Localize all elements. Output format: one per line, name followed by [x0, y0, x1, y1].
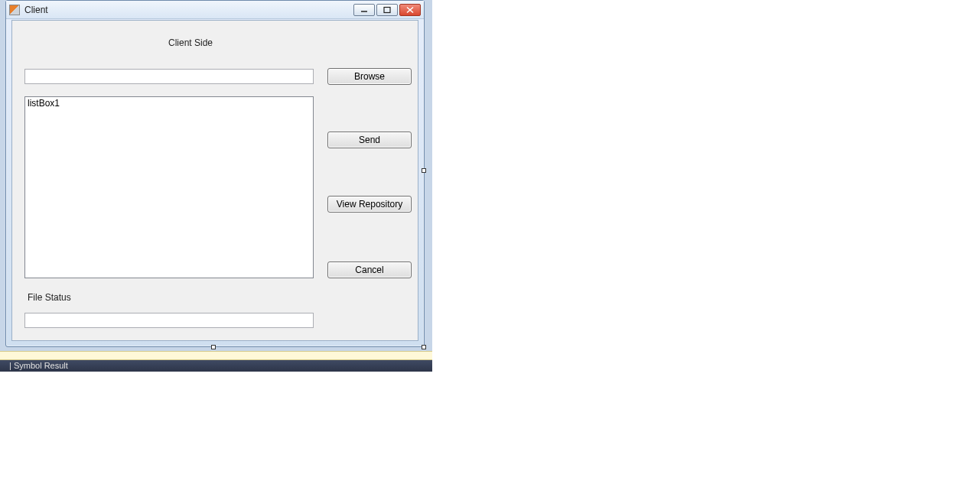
file-status-label: File Status: [28, 292, 71, 303]
designer-resize-handle-right[interactable]: [422, 168, 426, 173]
cancel-button[interactable]: Cancel: [327, 261, 412, 278]
minimize-button[interactable]: [353, 4, 375, 16]
maximize-button[interactable]: [376, 4, 398, 16]
app-icon: [9, 5, 20, 15]
ide-bottom-panel: | Symbol Result: [0, 360, 432, 372]
svg-rect-1: [384, 7, 390, 12]
file-listbox[interactable]: listBox1: [24, 96, 314, 278]
form-heading: Client Side: [168, 37, 213, 48]
send-button[interactable]: Send: [327, 132, 412, 148]
window-control-buttons: [353, 4, 421, 16]
minimize-icon: [360, 6, 369, 14]
ide-separator-strip: [0, 351, 432, 360]
ide-bottom-panel-text: | Symbol Result: [9, 361, 68, 370]
window-title: Client: [24, 5, 48, 15]
designer-resize-handle-bottom[interactable]: [211, 345, 216, 349]
designer-resize-handle-corner[interactable]: [422, 345, 426, 349]
close-icon: [405, 6, 415, 14]
form-client-area: Client Side listBox1 File Status Browse …: [11, 20, 418, 341]
client-window: Client Client Side listBox1 File Status …: [5, 0, 425, 347]
file-status-input[interactable]: [24, 313, 314, 328]
close-button[interactable]: [399, 4, 421, 16]
cancel-button-label: Cancel: [355, 265, 383, 275]
send-button-label: Send: [359, 135, 380, 145]
browse-button[interactable]: Browse: [327, 68, 412, 85]
file-path-input[interactable]: [24, 69, 314, 84]
maximize-icon: [383, 6, 392, 14]
list-item[interactable]: listBox1: [28, 98, 311, 109]
view-repository-button[interactable]: View Repository: [327, 196, 412, 213]
window-titlebar[interactable]: Client: [6, 1, 424, 19]
browse-button-label: Browse: [354, 71, 385, 82]
view-repository-button-label: View Repository: [337, 199, 402, 210]
